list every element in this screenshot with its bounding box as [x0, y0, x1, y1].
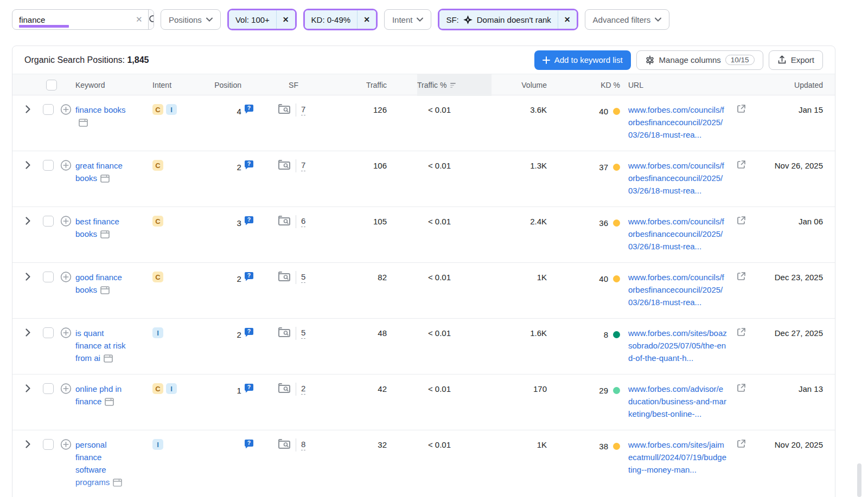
expand-chevron-icon[interactable] [25, 105, 30, 113]
add-keyword-icon[interactable] [60, 159, 72, 171]
remove-sf-filter-icon[interactable]: ✕ [558, 10, 577, 29]
sf-count[interactable]: 7 [301, 104, 305, 115]
external-link-icon[interactable] [737, 104, 746, 117]
manage-columns-button[interactable]: Manage columns 10/15 [636, 50, 763, 70]
expand-chevron-icon[interactable] [25, 217, 30, 225]
serp-snapshot-icon[interactable] [104, 354, 113, 363]
external-link-icon[interactable] [737, 383, 746, 396]
expand-chevron-icon[interactable] [25, 328, 30, 337]
sf-count[interactable]: 6 [301, 215, 305, 227]
people-also-ask-icon[interactable]: ? [244, 438, 254, 449]
keyword-link[interactable]: best finance books [75, 215, 127, 240]
url-link[interactable]: www.forbes.com/councils/forbesfinancecou… [628, 271, 727, 308]
row-checkbox[interactable] [43, 216, 54, 227]
expand-chevron-icon[interactable] [25, 161, 30, 169]
row-checkbox[interactable] [43, 439, 54, 450]
keyword-link[interactable]: personal finance software programs [75, 438, 127, 488]
expand-chevron-icon[interactable] [25, 440, 30, 448]
col-sf[interactable]: SF [256, 81, 308, 89]
col-intent[interactable]: Intent [148, 81, 200, 89]
select-all-checkbox[interactable] [46, 80, 57, 91]
keyword-link[interactable]: is quant finance at risk from ai [75, 327, 127, 364]
row-checkbox[interactable] [43, 383, 54, 394]
advanced-filters-dropdown[interactable]: Advanced filters [585, 9, 670, 30]
sf-count[interactable]: 7 [301, 159, 305, 171]
intent-dropdown[interactable]: Intent [384, 9, 432, 30]
people-also-ask-icon[interactable]: ? [244, 215, 254, 226]
add-to-keyword-list-button[interactable]: Add to keyword list [534, 50, 631, 70]
keyword-link[interactable]: finance books [75, 104, 127, 128]
people-also-ask-icon[interactable]: ? [244, 383, 254, 393]
col-kd[interactable]: KD % [560, 81, 620, 89]
url-link[interactable]: www.forbes.com/sites/boazsobrado/2025/07… [628, 327, 727, 364]
expand-chevron-icon[interactable] [25, 384, 30, 392]
people-also-ask-icon[interactable]: ? [244, 104, 254, 114]
search-button[interactable] [148, 10, 154, 29]
serp-snapshot-icon[interactable] [100, 175, 110, 183]
external-link-icon[interactable] [737, 216, 746, 228]
people-also-ask-icon[interactable]: ? [244, 327, 254, 338]
kd-filter-chip[interactable]: KD: 0-49% ✕ [305, 10, 376, 29]
remove-kd-filter-icon[interactable]: ✕ [358, 10, 376, 29]
serp-preview-icon[interactable] [278, 104, 291, 114]
serp-preview-icon[interactable] [278, 438, 291, 449]
col-keyword[interactable]: Keyword [60, 81, 148, 89]
columns-count-badge: 10/15 [725, 55, 755, 65]
col-traffic[interactable]: Traffic [308, 81, 417, 89]
serp-preview-icon[interactable] [278, 383, 291, 393]
serp-preview-icon[interactable] [278, 215, 291, 226]
url-link[interactable]: www.forbes.com/advisor/education/busines… [628, 383, 727, 420]
col-position[interactable]: Position [200, 81, 256, 89]
sf-filter-chip[interactable]: SF: Domain doesn't rank ✕ [439, 10, 576, 29]
col-updated[interactable]: Updated [767, 81, 835, 89]
sf-count[interactable]: 5 [301, 271, 305, 283]
url-link[interactable]: www.forbes.com/councils/forbesfinancecou… [628, 215, 727, 253]
search-box[interactable]: ✕ [12, 9, 154, 30]
expand-chevron-icon[interactable] [25, 273, 30, 281]
sf-count[interactable]: 8 [301, 438, 305, 450]
url-link[interactable]: www.forbes.com/sites/jaimecatmull/2024/0… [628, 438, 727, 476]
external-link-icon[interactable] [737, 160, 746, 172]
add-keyword-icon[interactable] [60, 383, 72, 394]
col-volume[interactable]: Volume [492, 81, 560, 89]
people-also-ask-icon[interactable]: ? [244, 271, 254, 282]
row-checkbox[interactable] [43, 160, 54, 171]
row-checkbox[interactable] [43, 272, 54, 282]
add-keyword-icon[interactable] [60, 104, 72, 115]
keyword-link[interactable]: online phd in finance [75, 383, 127, 408]
col-traffic-pct[interactable]: Traffic % [417, 74, 492, 96]
serp-snapshot-icon[interactable] [100, 286, 110, 294]
serp-snapshot-icon[interactable] [79, 119, 88, 127]
url-link[interactable]: www.forbes.com/councils/forbesfinancecou… [628, 159, 727, 197]
sf-count[interactable]: 2 [301, 383, 305, 395]
add-keyword-icon[interactable] [60, 271, 72, 282]
organic-positions-card: Organic Search Positions: 1,845 Add to k… [12, 46, 835, 497]
serp-preview-icon[interactable] [278, 327, 291, 338]
add-keyword-icon[interactable] [60, 215, 72, 227]
positions-dropdown[interactable]: Positions [161, 9, 221, 30]
export-button[interactable]: Export [769, 50, 823, 70]
serp-snapshot-icon[interactable] [105, 398, 114, 406]
keyword-link[interactable]: good finance books [75, 271, 127, 296]
serp-preview-icon[interactable] [278, 271, 291, 282]
external-link-icon[interactable] [737, 272, 746, 284]
serp-preview-icon[interactable] [278, 159, 291, 170]
add-keyword-icon[interactable] [60, 327, 72, 338]
row-checkbox[interactable] [43, 104, 54, 115]
vol-filter-chip[interactable]: Vol: 100+ ✕ [229, 10, 295, 29]
external-link-icon[interactable] [737, 439, 746, 451]
intent-badges: C [148, 215, 200, 227]
clear-search-icon[interactable]: ✕ [130, 10, 148, 29]
sf-count[interactable]: 5 [301, 327, 305, 339]
keyword-link[interactable]: great finance books [75, 159, 127, 184]
serp-snapshot-icon[interactable] [113, 479, 122, 487]
scrollbar-thumb[interactable] [857, 463, 861, 497]
external-link-icon[interactable] [737, 327, 746, 340]
add-keyword-icon[interactable] [60, 438, 72, 450]
remove-vol-filter-icon[interactable]: ✕ [277, 10, 295, 29]
row-checkbox[interactable] [43, 327, 54, 338]
serp-snapshot-icon[interactable] [100, 230, 110, 238]
people-also-ask-icon[interactable]: ? [244, 159, 254, 170]
col-url[interactable]: URL [620, 81, 767, 89]
url-link[interactable]: www.forbes.com/councils/forbesfinancecou… [628, 104, 727, 141]
